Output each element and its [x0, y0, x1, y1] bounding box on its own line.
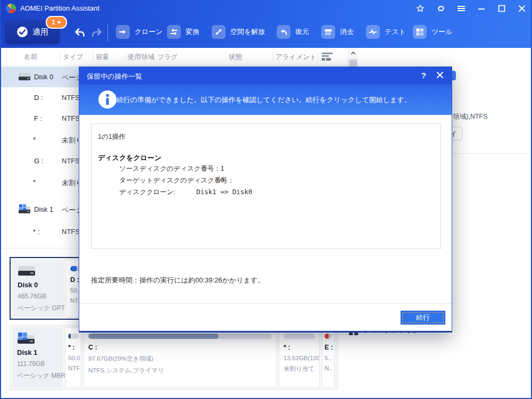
partition-name: * : — [68, 344, 79, 351]
refresh-icon[interactable] — [437, 4, 445, 13]
row-type: NTFS — [62, 228, 80, 236]
row-name: G : — [34, 157, 43, 165]
partition-capacity: 97.67GB(29%空き領域) — [88, 355, 272, 363]
disk1-info[interactable]: Disk 1 111.79GB ベーシック MBR — [12, 327, 63, 388]
toolbar-separator — [107, 23, 108, 41]
test-pulse-icon — [366, 25, 380, 39]
close-button[interactable] — [518, 4, 526, 13]
toolbar-item-free-space[interactable]: 空間を解放 — [212, 25, 265, 39]
estimated-time-text: 推定所要時間：操作の実行には約00:39:26かかります。 — [91, 276, 264, 285]
info-icon — [98, 90, 117, 109]
partition-fs: NTF... — [68, 365, 79, 371]
proceed-button[interactable]: 続行 — [401, 311, 445, 325]
favorite-star-icon[interactable] — [416, 4, 425, 13]
partition-name: C : — [88, 344, 272, 351]
help-icon[interactable]: ? — [421, 71, 426, 80]
column-divider — [226, 52, 226, 61]
pending-count: 1 — [52, 19, 55, 26]
partition-fs: N.. — [325, 365, 332, 371]
partition-capacity: 13.52GB(100... — [284, 355, 315, 361]
column-divider — [93, 52, 94, 61]
operation-count: 1の1操作 — [98, 132, 126, 142]
dialog-close-icon[interactable] — [436, 71, 444, 79]
toolbar-item-label: テスト — [385, 27, 406, 37]
menu-icon[interactable] — [457, 4, 466, 13]
title-bar: AOMEI Partition Assistant — [0, 0, 532, 17]
column-header-alignment[interactable]: アライメント — [276, 53, 317, 62]
column-header-name[interactable]: 名前 — [24, 53, 37, 62]
operation-detail-row: ターゲットディスクのディスク番号：0 — [119, 176, 225, 185]
partition-capacity: 50.0... — [68, 355, 79, 361]
app-logo-icon — [6, 4, 16, 13]
redo-button[interactable] — [90, 27, 103, 39]
detail-label: ターゲットディスクのディスク番号： — [119, 176, 220, 185]
disk-capacity: 111.79GB — [17, 360, 63, 368]
system-disk-icon — [18, 204, 31, 214]
toolbar-item-convert[interactable]: 変換 — [167, 25, 200, 39]
column-header-flags[interactable]: フラグ — [157, 53, 178, 62]
toolbar-item-clone[interactable]: クローン — [116, 25, 163, 39]
partition-name: * : — [284, 344, 315, 351]
row-name: D : — [34, 94, 43, 102]
toolbar-item-tools[interactable]: ツール — [413, 25, 453, 39]
toolbar-item-erase[interactable]: 消去 — [321, 25, 354, 39]
pending-operations-dialog: 保留中の操作一覧 ? 続行の準備ができました。以下の操作を確認してください。続行… — [79, 66, 452, 332]
row-type: NTFS — [62, 94, 80, 102]
row-name: * : — [33, 228, 39, 236]
disk-icon — [18, 264, 36, 277]
column-divider — [126, 52, 127, 61]
toolbar-item-test[interactable]: テスト — [366, 25, 406, 39]
list-view-toggle-icon[interactable] — [321, 52, 333, 61]
row-name: * — [33, 136, 36, 144]
minimize-button[interactable] — [477, 4, 486, 13]
toolbar-item-label: ツール — [431, 27, 453, 37]
disk1-map-panel[interactable]: Disk 1 111.79GB ベーシック MBR * : 50.0... NT… — [10, 325, 338, 390]
partition-usage-bar — [88, 334, 272, 339]
maximize-button[interactable] — [497, 4, 506, 13]
erase-shredder-icon — [321, 25, 335, 39]
operation-detail-row: ディスククローン:Disk1 => Disk0 — [119, 188, 252, 197]
disk-style: ベーシック GPT — [18, 304, 63, 313]
disk0-info[interactable]: Disk 0 465.76GB ベーシック GPT — [12, 260, 63, 317]
dialog-header[interactable]: 保留中の操作一覧 ? — [79, 67, 452, 85]
dialog-footer-divider — [79, 303, 452, 304]
row-name: Disk 1 — [34, 205, 53, 213]
partition-unallocated[interactable]: * : 13.52GB(100... 未割り当て — [279, 327, 320, 388]
app-title: AOMEI Partition Assistant — [20, 4, 99, 12]
app-window: AOMEI Partition Assistant — [0, 0, 532, 399]
column-divider — [160, 52, 160, 61]
top-banner: AOMEI Partition Assistant — [0, 0, 532, 48]
column-header-type[interactable]: タイプ — [63, 53, 83, 62]
detail-value: 0 — [220, 176, 225, 184]
column-header-used[interactable]: 使用領域 — [128, 53, 154, 62]
restore-icon — [277, 25, 290, 39]
detail-value: Disk1 => Disk0 — [196, 188, 252, 196]
disk-name: Disk 0 — [18, 281, 63, 289]
detail-value: 1 — [220, 164, 225, 172]
operation-detail-row: ソースディスクのディスク番号：1 — [119, 164, 225, 173]
partition-c[interactable]: C : 97.67GB(29%空き領域) NTFS,システム,プライマリ — [84, 327, 277, 388]
table-header: 名前 タイプ 容量 使用領域 フラグ 状態 アライメント — [0, 48, 358, 65]
detail-label: ソースディスクのディスク番号： — [119, 164, 220, 173]
clone-icon — [116, 25, 130, 39]
toolbar-item-restore[interactable]: 復元 — [277, 25, 309, 39]
partition-name: E : — [325, 344, 332, 351]
row-name: * — [33, 178, 36, 186]
undo-button[interactable] — [73, 27, 86, 39]
operations-list-box: 1の1操作 ディスクをクローン ソースディスクのディスク番号：1 ターゲットディ… — [91, 123, 441, 249]
disk-name: Disk 1 — [17, 348, 63, 356]
partition-e[interactable]: E : 5... N.. — [322, 327, 335, 388]
partition-fs: NTFS,システム,プライマリ — [88, 367, 272, 375]
disk-icon — [18, 71, 31, 82]
partition-star-1[interactable]: * : 50.0... NTF... — [65, 327, 81, 388]
pending-count-badge[interactable]: 1 — [46, 16, 67, 29]
column-header-status[interactable]: 状態 — [229, 53, 242, 62]
clipped-partition-text: 領域),NTFS — [453, 112, 487, 121]
column-header-capacity[interactable]: 容量 — [96, 53, 109, 62]
free-space-icon — [212, 25, 226, 39]
row-type: NTFS — [62, 157, 80, 165]
toolbar-item-label: 変換 — [186, 27, 200, 37]
scrollbar-up-arrow[interactable] — [348, 48, 358, 59]
dialog-title: 保留中の操作一覧 — [87, 72, 142, 81]
row-name: F : — [34, 114, 42, 122]
